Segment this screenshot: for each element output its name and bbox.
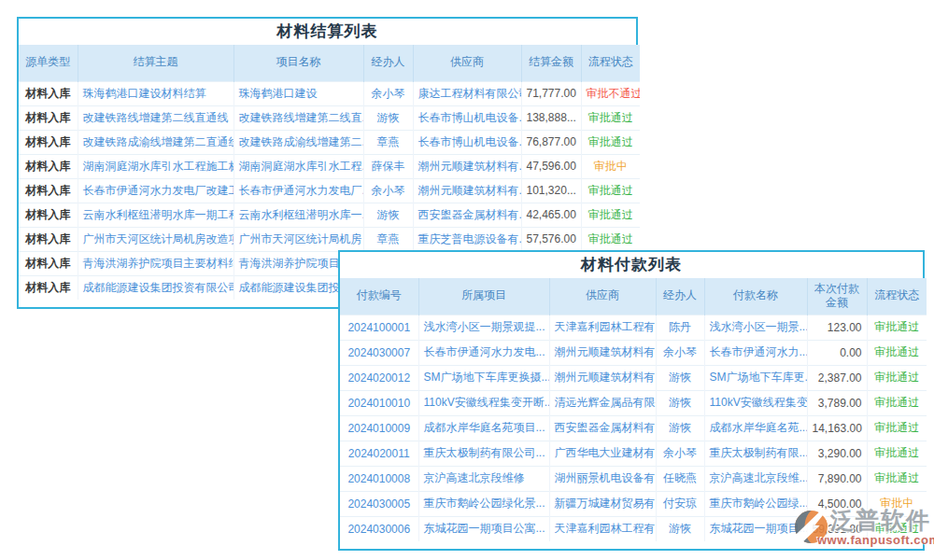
table-row: 2024020012SM广场地下车库更换摄...潮州元顺建筑材料有限...游恢S… — [340, 365, 927, 390]
cell-project[interactable]: 110kV安徽线程集变开断... — [418, 390, 549, 415]
cell-handler[interactable]: 游恢 — [363, 203, 413, 227]
cell-handler[interactable]: 薛保丰 — [363, 154, 413, 178]
column-header-handler: 经办人 — [363, 45, 413, 81]
cell-amount: 3,789.00 — [807, 390, 867, 415]
cell-subject[interactable]: 云南水利枢纽潜明水库一期工程施... — [78, 203, 234, 227]
cell-supplier[interactable]: 天津嘉利园林工程有限... — [549, 315, 656, 340]
cell-amount: 47,596.00 — [521, 154, 581, 178]
cell-supplier[interactable]: 清远光辉金属品有限公司 — [549, 390, 656, 415]
cell-supplier[interactable]: 西安盥器金属材料有... — [413, 203, 521, 227]
cell-handler[interactable]: 游恢 — [656, 415, 704, 441]
cell-subject[interactable]: 珠海鹤港口建设材料结算 — [78, 81, 234, 105]
table-row: 2024100001浅水湾小区一期景观提...天津嘉利园林工程有限...陈丹浅水… — [340, 315, 927, 340]
cell-subject[interactable]: 长春市伊通河水力发电厂改建工程... — [78, 178, 234, 203]
cell-subject[interactable]: 青海洪湖养护院项目主要材料结算 — [78, 251, 234, 275]
table-row: 材料入库长春市伊通河水力发电厂改建工程...长春市伊通河水力发电厂...余小琴潮… — [19, 178, 640, 203]
cell-subject[interactable]: 广州市天河区统计局机房改造项目... — [78, 227, 234, 251]
cell-pay_no[interactable]: 2024010008 — [340, 466, 418, 491]
cell-supplier[interactable]: 康达工程材料有限公司 — [413, 81, 521, 105]
cell-project[interactable]: 广州市天河区统计局机房 — [234, 227, 363, 251]
cell-project[interactable]: SM广场地下车库更换摄... — [418, 365, 549, 390]
cell-handler[interactable]: 游恢 — [363, 105, 413, 130]
cell-supplier[interactable]: 湖州丽景机电设备有限... — [549, 466, 656, 491]
brand-watermark: 泛普软件 www.fanpusoft.com — [794, 508, 934, 547]
cell-pay_name[interactable]: 东城花园一期项目... — [704, 516, 807, 541]
cell-pay_no[interactable]: 2024010010 — [340, 390, 418, 415]
cell-handler[interactable]: 章燕 — [363, 130, 413, 154]
column-header-status: 流程状态 — [867, 278, 927, 315]
cell-pay_no[interactable]: 2024020012 — [340, 365, 418, 390]
payment-title: 材料付款列表 — [340, 252, 923, 278]
cell-subject[interactable]: 改建铁路线增建第二线直通线（成... — [78, 105, 234, 130]
cell-supplier[interactable]: 潮州元顺建筑材料有限... — [549, 365, 656, 390]
cell-project[interactable]: 京沪高速北京段维修 — [418, 466, 549, 491]
cell-pay_no[interactable]: 2024100001 — [340, 315, 418, 340]
cell-subject[interactable]: 湖南洞庭湖水库引水工程施工标材... — [78, 154, 234, 178]
cell-handler[interactable]: 陈丹 — [656, 315, 704, 340]
cell-handler[interactable]: 任晓燕 — [656, 466, 704, 491]
cell-project[interactable]: 重庆市鹅岭公园绿化景... — [418, 491, 549, 516]
column-header-supplier: 供应商 — [413, 45, 521, 81]
cell-source_type: 材料入库 — [19, 105, 78, 130]
cell-pay_no[interactable]: 2024030007 — [340, 340, 418, 365]
cell-pay_name[interactable]: 110kV安徽线程集变... — [704, 390, 807, 415]
cell-amount: 42,465.00 — [521, 203, 581, 227]
table-row: 2024010009成都水岸华庭名苑项目...西安盥器金属材料有限...游恢成都… — [340, 415, 927, 441]
cell-project[interactable]: 成都水岸华庭名苑项目... — [418, 415, 549, 441]
cell-subject[interactable]: 成都能源建设集团投资有限公司临... — [78, 275, 234, 300]
cell-status: 审批通过 — [867, 340, 927, 365]
cell-handler[interactable]: 付安琼 — [656, 491, 704, 516]
cell-handler[interactable]: 游恢 — [656, 516, 704, 541]
cell-supplier[interactable]: 广西华电大业建材有限... — [549, 441, 656, 466]
cell-handler[interactable]: 游恢 — [656, 365, 704, 390]
cell-status: 审批通过 — [867, 365, 927, 390]
cell-amount: 14,163.00 — [807, 415, 867, 441]
cell-supplier[interactable]: 潮州元顺建筑材料有... — [413, 154, 521, 178]
cell-project[interactable]: 长春市伊通河水力发电厂... — [234, 178, 363, 203]
cell-handler[interactable]: 余小琴 — [363, 81, 413, 105]
cell-pay_no[interactable]: 2024020011 — [340, 441, 418, 466]
cell-supplier[interactable]: 重庆芝普电源设备有... — [413, 227, 521, 251]
cell-pay_no[interactable]: 2024010009 — [340, 415, 418, 441]
cell-pay_name[interactable]: 京沪高速北京段维... — [704, 466, 807, 491]
column-header-handler: 经办人 — [656, 278, 704, 315]
table-row: 2024030007长春市伊通河水力发电...潮州元顺建筑材料有限...余小琴长… — [340, 340, 927, 365]
cell-supplier[interactable]: 西安盥器金属材料有限... — [549, 415, 656, 441]
cell-supplier[interactable]: 长春市博山机电设备... — [413, 105, 521, 130]
cell-supplier[interactable]: 新疆万城建材贸易有限... — [549, 491, 656, 516]
cell-status: 审批中 — [581, 154, 640, 178]
cell-pay_no[interactable]: 2024030005 — [340, 491, 418, 516]
cell-pay_no[interactable]: 2024030006 — [340, 516, 418, 541]
cell-pay_name[interactable]: 重庆市鹅岭公园绿... — [704, 491, 807, 516]
cell-pay_name[interactable]: 成都水岸华庭名苑... — [704, 415, 807, 441]
cell-project[interactable]: 改建铁路成渝线增建第二... — [234, 130, 363, 154]
cell-subject[interactable]: 改建铁路成渝线增建第二直通线（... — [78, 130, 234, 154]
cell-pay_name[interactable]: 重庆太极制药有限... — [704, 441, 807, 466]
cell-project[interactable]: 浅水湾小区一期景观提... — [418, 315, 549, 340]
cell-handler[interactable]: 余小琴 — [363, 178, 413, 203]
column-header-source_type: 源单类型 — [19, 45, 78, 81]
cell-handler[interactable]: 余小琴 — [656, 441, 704, 466]
cell-handler[interactable]: 章燕 — [363, 227, 413, 251]
column-header-project: 所属项目 — [418, 278, 549, 315]
cell-supplier[interactable]: 潮州元顺建筑材料有限... — [549, 340, 656, 365]
cell-project[interactable]: 东城花园一期项目公寓... — [418, 516, 549, 541]
cell-handler[interactable]: 余小琴 — [656, 340, 704, 365]
cell-source_type: 材料入库 — [19, 227, 78, 251]
cell-supplier[interactable]: 长春市博山机电设备... — [413, 130, 521, 154]
cell-project[interactable]: 改建铁路线增建第二线直... — [234, 105, 363, 130]
cell-source_type: 材料入库 — [19, 251, 78, 275]
cell-status: 审批通过 — [581, 178, 640, 203]
cell-project[interactable]: 湖南洞庭湖水库引水工程... — [234, 154, 363, 178]
cell-project[interactable]: 珠海鹤港口建设 — [234, 81, 363, 105]
cell-handler[interactable]: 游恢 — [656, 390, 704, 415]
cell-project[interactable]: 长春市伊通河水力发电... — [418, 340, 549, 365]
cell-supplier[interactable]: 潮州元顺建筑材料有... — [413, 178, 521, 203]
cell-pay_name[interactable]: SM广场地下车库更... — [704, 365, 807, 390]
cell-project[interactable]: 云南水利枢纽潜明水库一... — [234, 203, 363, 227]
cell-supplier[interactable]: 天津嘉利园林工程有限... — [549, 516, 656, 541]
cell-pay_name[interactable]: 浅水湾小区一期景... — [704, 315, 807, 340]
cell-source_type: 材料入库 — [19, 154, 78, 178]
cell-project[interactable]: 重庆太极制药有限公司... — [418, 441, 549, 466]
cell-pay_name[interactable]: 长春市伊通河水力... — [704, 340, 807, 365]
